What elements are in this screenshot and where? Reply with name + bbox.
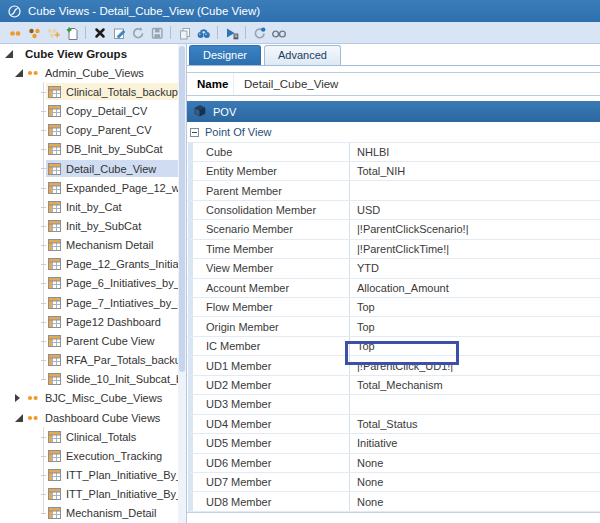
expand-triangle-icon[interactable] [15, 414, 23, 422]
cube-view-table-icon [48, 469, 61, 481]
property-value[interactable]: Total_Mechanism [349, 376, 600, 394]
edit-icon[interactable] [109, 24, 128, 42]
pov-row-account-member[interactable]: Account MemberAllocation_Amount [187, 279, 600, 298]
pov-row-time-member[interactable]: Time Member|!ParentClickTime!| [187, 240, 600, 259]
tree-group[interactable]: Dashboard Cube Views [0, 408, 178, 427]
pov-row-origin-member[interactable]: Origin MemberTop [187, 317, 600, 336]
property-value[interactable]: YTD [349, 259, 600, 277]
pov-row-consolidation-member[interactable]: Consolidation MemberUSD [187, 201, 600, 220]
tab-designer[interactable]: Designer [189, 45, 261, 65]
pov-row-scenario-member[interactable]: Scenario Member|!ParentClickScenario!| [187, 220, 600, 239]
pov-row-cube[interactable]: CubeNHLBI [187, 143, 600, 162]
add-cube-view-group-icon[interactable] [43, 24, 62, 42]
cube-view-pages-icon[interactable] [5, 24, 24, 42]
delete-icon[interactable] [90, 24, 109, 42]
property-label: UD7 Member [187, 473, 349, 491]
cube-view-table-icon [48, 86, 61, 98]
property-value[interactable]: Allocation_Amount [349, 279, 600, 297]
run-cube-view-icon[interactable] [222, 24, 241, 42]
tree-item[interactable]: Copy_Detail_CV [0, 101, 178, 120]
name-input[interactable]: Detail_Cube_View [233, 73, 600, 95]
tree-item[interactable]: Page_7_Intiatives_by_SubCat [0, 293, 178, 312]
pov-row-parent-member[interactable]: Parent Member [187, 181, 600, 200]
pov-row-ic-member[interactable]: IC MemberTop [187, 337, 600, 356]
process-icon[interactable] [250, 24, 269, 42]
cube-view-table-icon [48, 163, 61, 175]
tree-item[interactable]: Expanded_Page_12_working [0, 178, 178, 197]
property-value[interactable]: Initiative [349, 434, 600, 452]
tree-item[interactable]: Init_by_Cat [0, 197, 178, 216]
property-value[interactable]: Top [349, 337, 600, 355]
tree-item[interactable]: ITT_Plan_Initiative_By_SubCat [0, 485, 178, 504]
cube-view-group-icon[interactable] [24, 24, 43, 42]
property-value[interactable]: Top [349, 298, 600, 316]
property-value[interactable]: Top [349, 317, 600, 335]
pov-row-view-member[interactable]: View MemberYTD [187, 259, 600, 278]
tree-item[interactable]: Page12 Dashboard [0, 312, 178, 331]
property-label: UD2 Member [187, 376, 349, 394]
pov-row-ud3-member[interactable]: UD3 Member [187, 395, 600, 414]
tree-item[interactable]: DB_Init_by_SubCat [0, 140, 178, 159]
tree-item[interactable]: Mechanism Detail [0, 236, 178, 255]
tree-item[interactable]: Parent Cube View [0, 331, 178, 350]
pov-row-entity-member[interactable]: Entity MemberTotal_NIH [187, 162, 600, 181]
property-value[interactable] [349, 395, 600, 413]
property-value[interactable]: |!ParentClickScenario!| [349, 220, 600, 238]
property-value[interactable]: None [349, 473, 600, 491]
tree-scrollbar-thumb[interactable] [179, 46, 185, 372]
tree-item[interactable]: Page_6_Initiatives_by_Category [0, 274, 178, 293]
expand-triangle-icon[interactable] [5, 50, 13, 58]
pov-row-ud4-member[interactable]: UD4 MemberTotal_Status [187, 415, 600, 434]
cube-view-table-icon [48, 373, 61, 385]
pov-row-flow-member[interactable]: Flow MemberTop [187, 298, 600, 317]
tab-advanced[interactable]: Advanced [264, 45, 341, 65]
point-of-view-group-row[interactable]: Point Of View [187, 123, 600, 143]
tree-item[interactable]: Init_by_SubCat [0, 216, 178, 235]
property-value[interactable]: USD [349, 201, 600, 219]
tree-item[interactable]: ITT_Plan_Initiative_By_Category [0, 465, 178, 484]
new-cube-view-icon[interactable] [62, 24, 81, 42]
property-value[interactable]: |!ParentClick_UD1!| [349, 356, 600, 374]
tree-item[interactable]: Execution_Tracking [0, 446, 178, 465]
pov-row-ud7-member[interactable]: UD7 MemberNone [187, 473, 600, 492]
tree-item[interactable]: Detail_Cube_View [0, 159, 178, 178]
tab-strip: Designer Advanced [187, 44, 600, 66]
tree-item[interactable]: RFA_Par_Totals_backup [0, 351, 178, 370]
tree-scrollbar[interactable] [178, 44, 186, 523]
tree-item[interactable]: Clinical_Totals_backup [0, 82, 178, 101]
tree-item[interactable]: Copy_Parent_CV [0, 121, 178, 140]
pov-row-ud8-member[interactable]: UD8 MemberNone [187, 492, 600, 511]
expand-triangle-icon[interactable] [15, 69, 23, 77]
collapse-triangle-icon[interactable] [15, 394, 20, 402]
tree-item[interactable]: Slide_10_Init_Subcat_by_Mech [0, 370, 178, 389]
property-value[interactable]: |!ParentClickTime!| [349, 240, 600, 258]
property-label: Entity Member [187, 162, 349, 180]
save-icon[interactable] [147, 24, 166, 42]
property-value[interactable]: NHLBI [349, 143, 600, 161]
refresh-icon[interactable] [128, 24, 147, 42]
copy-icon[interactable] [175, 24, 194, 42]
pov-row-ud2-member[interactable]: UD2 MemberTotal_Mechanism [187, 376, 600, 395]
property-value[interactable] [349, 181, 600, 199]
tree-group[interactable]: Admin_Cube_Views [0, 63, 178, 82]
property-value[interactable]: Total_NIH [349, 162, 600, 180]
pov-row-ud5-member[interactable]: UD5 MemberInitiative [187, 434, 600, 453]
tree-item[interactable]: Mechanism_Detail [0, 504, 178, 523]
tree-item[interactable]: Clinical_Totals [0, 427, 178, 446]
toolbar-separator [245, 26, 246, 39]
find-icon[interactable] [194, 24, 213, 42]
tree-group[interactable]: BJC_Misc_Cube_Views [0, 389, 178, 408]
preview-glasses-icon[interactable] [269, 24, 288, 42]
title-bar: Cube Views - Detail_Cube_View (Cube View… [0, 0, 600, 22]
tree-group-label: Admin_Cube_Views [45, 67, 144, 79]
property-label: Flow Member [187, 298, 349, 316]
tree-root-cube-view-groups[interactable]: Cube View Groups [0, 44, 178, 63]
property-value[interactable]: None [349, 454, 600, 472]
pov-row-ud1-member[interactable]: UD1 Member|!ParentClick_UD1!| [187, 356, 600, 375]
tree-item[interactable]: Page_12_Grants_Initiatives_by [0, 255, 178, 274]
property-value[interactable]: None [349, 492, 600, 510]
collapse-icon[interactable] [190, 128, 199, 137]
property-value[interactable]: Total_Status [349, 415, 600, 433]
pov-row-ud6-member[interactable]: UD6 MemberNone [187, 454, 600, 473]
onestream-logo-icon [8, 5, 21, 18]
